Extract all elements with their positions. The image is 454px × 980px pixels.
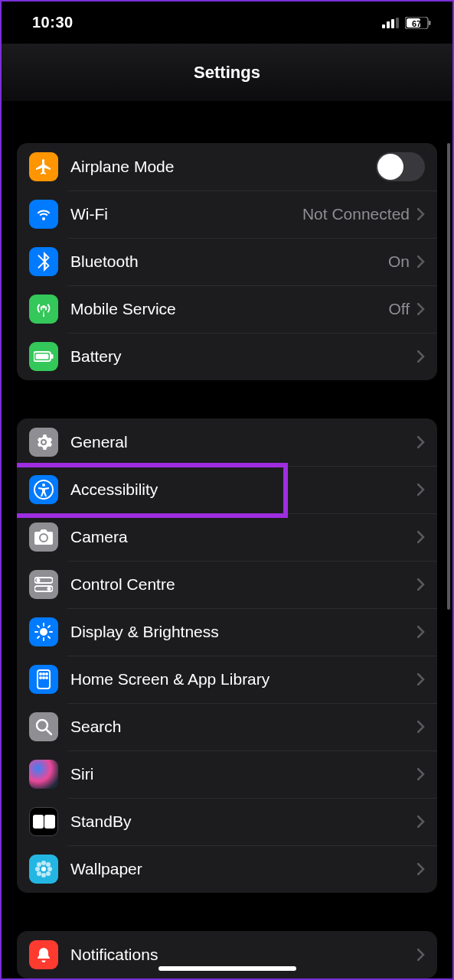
svg-point-27: [40, 673, 41, 675]
row-label: Airplane Mode: [70, 158, 376, 176]
row-wallpaper[interactable]: Wallpaper: [17, 845, 437, 893]
svg-rect-2: [391, 19, 394, 28]
svg-point-39: [47, 867, 52, 871]
svg-rect-0: [382, 24, 385, 28]
svg-point-31: [43, 677, 44, 679]
row-label: Mobile Service: [70, 300, 388, 318]
chevron-right-icon: [417, 303, 425, 315]
chevron-right-icon: [417, 768, 425, 780]
row-siri[interactable]: Siri: [17, 750, 437, 798]
row-value: Off: [388, 300, 410, 318]
svg-point-12: [42, 483, 45, 487]
siri-icon: [29, 760, 58, 789]
battery-settings-icon: [29, 342, 58, 371]
row-airplane-mode[interactable]: Airplane Mode: [17, 143, 437, 190]
camera-icon: [29, 523, 58, 552]
airplane-toggle[interactable]: [376, 152, 425, 181]
chevron-right-icon: [417, 626, 425, 638]
svg-rect-6: [429, 21, 431, 25]
row-wifi[interactable]: Wi-Fi Not Connected: [17, 190, 437, 238]
row-camera[interactable]: Camera: [17, 513, 437, 561]
svg-point-32: [46, 677, 47, 679]
chevron-right-icon: [417, 483, 425, 496]
gear-icon: [29, 428, 58, 457]
svg-rect-1: [387, 21, 390, 28]
svg-point-42: [37, 871, 41, 876]
chevron-right-icon: [417, 208, 425, 220]
svg-point-43: [46, 871, 51, 876]
row-standby[interactable]: StandBy: [17, 798, 437, 845]
row-display-brightness[interactable]: Display & Brightness: [17, 608, 437, 656]
svg-point-29: [46, 673, 47, 675]
chevron-right-icon: [417, 949, 425, 961]
home-screen-icon: [29, 665, 58, 694]
row-notifications[interactable]: Notifications: [17, 931, 437, 978]
row-accessibility[interactable]: Accessibility: [17, 466, 437, 513]
svg-text:67: 67: [412, 18, 421, 28]
wallpaper-icon: [29, 855, 58, 884]
home-indicator[interactable]: [158, 966, 296, 971]
svg-point-41: [46, 862, 51, 867]
svg-point-40: [37, 862, 41, 867]
svg-point-33: [37, 720, 47, 731]
control-centre-icon: [29, 570, 58, 599]
notifications-icon: [29, 940, 58, 969]
chevron-right-icon: [417, 721, 425, 733]
svg-rect-9: [36, 354, 49, 360]
row-label: Battery: [70, 347, 417, 366]
chevron-right-icon: [417, 673, 425, 685]
svg-point-38: [35, 867, 40, 871]
row-label: Wi-Fi: [70, 205, 302, 223]
chevron-right-icon: [417, 816, 425, 828]
row-label: Siri: [70, 765, 417, 783]
accessibility-icon: [29, 475, 58, 504]
standby-icon: [29, 807, 58, 836]
svg-point-36: [41, 861, 46, 865]
row-label: Control Centre: [70, 575, 417, 594]
row-label: Search: [70, 718, 417, 736]
settings-group-general: General Accessibility Camera Control Cen…: [17, 418, 437, 893]
row-label: General: [70, 433, 417, 451]
row-control-centre[interactable]: Control Centre: [17, 561, 437, 608]
brightness-icon: [29, 617, 58, 646]
wifi-icon: [29, 200, 58, 229]
settings-group-connectivity: Airplane Mode Wi-Fi Not Connected Blueto…: [17, 143, 437, 380]
search-icon: [29, 712, 58, 741]
svg-rect-3: [396, 18, 399, 28]
antenna-icon: [29, 295, 58, 324]
row-label: Notifications: [70, 946, 417, 964]
chevron-right-icon: [417, 863, 425, 875]
status-bar: 10:30 67: [2, 2, 452, 44]
svg-rect-10: [51, 354, 54, 359]
header: Settings: [2, 44, 452, 101]
row-general[interactable]: General: [17, 418, 437, 466]
svg-point-37: [41, 873, 46, 877]
row-label: Camera: [70, 528, 417, 546]
svg-point-14: [37, 578, 41, 582]
scroll-indicator[interactable]: [447, 143, 450, 610]
row-search[interactable]: Search: [17, 703, 437, 750]
bluetooth-icon: [29, 247, 58, 276]
row-label: Display & Brightness: [70, 623, 417, 641]
svg-point-35: [41, 867, 46, 871]
row-battery[interactable]: Battery: [17, 333, 437, 380]
row-mobile-service[interactable]: Mobile Service Off: [17, 285, 437, 333]
cellular-icon: [382, 18, 399, 28]
svg-point-28: [43, 673, 44, 675]
chevron-right-icon: [417, 256, 425, 268]
chevron-right-icon: [417, 531, 425, 543]
row-label: Wallpaper: [70, 860, 417, 878]
row-value: Not Connected: [302, 205, 410, 223]
chevron-right-icon: [417, 436, 425, 448]
status-time: 10:30: [32, 14, 73, 31]
svg-line-25: [48, 626, 50, 627]
row-home-screen[interactable]: Home Screen & App Library: [17, 656, 437, 703]
svg-line-24: [38, 637, 39, 638]
svg-line-22: [38, 626, 39, 627]
row-label: StandBy: [70, 812, 417, 831]
svg-point-17: [40, 628, 47, 636]
row-bluetooth[interactable]: Bluetooth On: [17, 238, 437, 285]
chevron-right-icon: [417, 578, 425, 591]
row-label: Bluetooth: [70, 252, 388, 271]
battery-icon: 67: [405, 17, 431, 29]
